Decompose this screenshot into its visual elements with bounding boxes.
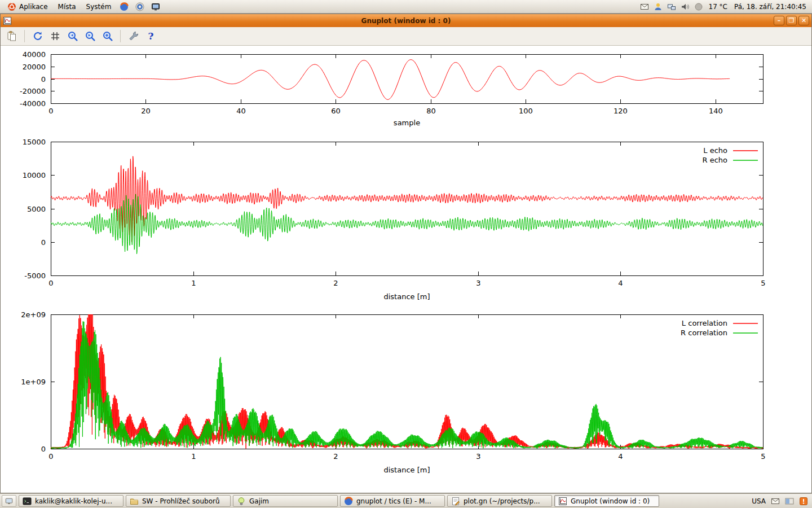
toolbar-separator (120, 30, 121, 42)
x-axis-label: distance [m] (383, 292, 430, 301)
gnuplot-window-icon (3, 16, 12, 25)
autoscale-button[interactable] (100, 29, 115, 43)
gnome-top-panel: Aplikace Místa Systém (0, 0, 812, 14)
x-tick-label: 1 (191, 279, 196, 287)
window-title: Gnuplot (window id : 0) (361, 17, 451, 25)
x-tick-label: 3 (476, 452, 480, 461)
configure-button[interactable] (126, 29, 141, 43)
y-tick-label: 40000 (23, 50, 46, 59)
taskbar: kaklik@kaklik-kolej-u... SW - Prohlížeč … (0, 493, 812, 508)
taskbar-tray: USA (752, 497, 810, 506)
help-glyph: ? (148, 30, 154, 42)
task-button-editor[interactable]: plot.gn (~/projects/p... (447, 495, 552, 507)
x-tick-label: 5 (761, 452, 765, 461)
plots-svg: 020406080100120140-40000-200000200004000… (1, 46, 811, 493)
show-desktop-button[interactable] (2, 495, 16, 507)
terminal-icon (23, 497, 32, 506)
tray-mail-icon[interactable] (771, 497, 780, 506)
y-tick-label: 1e+09 (21, 378, 46, 386)
y-tick-label: 0 (41, 75, 46, 84)
copy-to-clipboard-button[interactable] (4, 29, 19, 43)
network-icon[interactable] (667, 2, 676, 11)
menu-system[interactable]: Systém (81, 0, 117, 13)
series-l-echo (51, 156, 763, 242)
y-tick-label: 15000 (23, 138, 46, 146)
help-launcher-icon[interactable] (135, 2, 144, 11)
volume-icon[interactable] (681, 2, 690, 11)
legend-label: R correlation (681, 329, 727, 337)
workspace-switcher[interactable] (785, 497, 794, 506)
panel-menus: Aplikace Místa Systém (2, 0, 164, 13)
update-notifier-icon[interactable] (799, 497, 808, 506)
task-button-terminal[interactable]: kaklik@kaklik-kolej-u... (19, 495, 123, 507)
firefox-icon (344, 497, 353, 506)
task-button-firefox[interactable]: gnuplot / tics (E) - M... (340, 495, 445, 507)
legend-label: L echo (703, 146, 727, 155)
x-tick-label: 0 (48, 279, 53, 287)
chart-signal: 020406080100120140-40000-200000200004000… (20, 50, 764, 128)
toolbar: ? (1, 27, 811, 46)
y-tick-label: 10000 (23, 171, 46, 179)
gnuplot-window: Gnuplot (window id : 0) – ❐ ✕ (0, 14, 812, 493)
zoom-previous-button[interactable] (65, 29, 80, 43)
weather-icon (694, 2, 703, 11)
x-tick-label: 2 (333, 279, 338, 287)
y-tick-label: -40000 (20, 99, 46, 108)
x-tick-label: 60 (331, 107, 341, 115)
temperature-indicator[interactable]: 17 °C (708, 3, 729, 11)
task-button-gnuplot[interactable]: Gnuplot (window id : 0) (554, 495, 659, 507)
keyboard-layout-indicator[interactable]: USA (752, 497, 766, 505)
window-controls: – ❐ ✕ (774, 16, 809, 25)
x-tick-label: 1 (191, 452, 196, 461)
clock[interactable]: Pá, 18. září, 21:40:45 (733, 3, 807, 11)
y-tick-label: 0 (41, 445, 46, 453)
task-label: kaklik@kaklik-kolej-u... (35, 497, 112, 505)
legend-label: L correlation (682, 319, 727, 327)
minimize-button[interactable]: – (774, 16, 784, 25)
firefox-launcher-icon[interactable] (120, 2, 129, 11)
gnuplot-icon (558, 497, 567, 506)
y-tick-label: 2e+09 (21, 310, 46, 319)
file-manager-icon (130, 497, 139, 506)
replot-button[interactable] (30, 29, 45, 43)
task-button-gajim[interactable]: Gajim (233, 495, 338, 507)
screenshot-launcher-icon[interactable] (151, 2, 160, 11)
x-tick-label: 0 (48, 452, 53, 461)
user-switcher-icon[interactable] (654, 2, 663, 11)
close-button[interactable]: ✕ (798, 16, 809, 25)
x-tick-label: 40 (236, 107, 246, 115)
distributor-logo-icon (7, 2, 16, 11)
menu-applications-label: Aplikace (19, 3, 48, 11)
chart-correlation: 01234501e+092e+09distance [m]L correlati… (21, 310, 765, 475)
x-tick-label: 80 (426, 107, 436, 115)
series-r-correlation (51, 321, 763, 449)
task-label: SW - Prohlížeč souborů (142, 497, 220, 505)
chart-echoes: 012345-5000050001000015000distance [m]L … (23, 138, 766, 301)
x-axis-label: sample (394, 119, 420, 127)
x-tick-label: 20 (141, 107, 151, 115)
task-button-file-manager[interactable]: SW - Prohlížeč souborů (126, 495, 231, 507)
menu-applications[interactable]: Aplikace (2, 0, 53, 13)
zoom-next-button[interactable] (82, 29, 98, 43)
legend-label: R echo (702, 156, 727, 164)
x-tick-label: 4 (618, 279, 623, 287)
x-tick-label: 140 (709, 107, 723, 115)
mail-notification-icon[interactable] (640, 2, 649, 11)
x-tick-label: 5 (761, 279, 765, 287)
menu-places[interactable]: Místa (53, 0, 81, 13)
y-tick-label: 0 (41, 238, 46, 247)
task-label: Gajim (249, 497, 269, 505)
toggle-grid-button[interactable] (47, 29, 63, 43)
titlebar[interactable]: Gnuplot (window id : 0) – ❐ ✕ (1, 14, 811, 27)
menu-places-label: Místa (58, 3, 76, 11)
menu-system-label: Systém (86, 3, 112, 11)
series-signal (51, 60, 730, 100)
x-tick-label: 100 (519, 107, 533, 115)
maximize-button[interactable]: ❐ (786, 16, 797, 25)
x-tick-label: 3 (476, 279, 480, 287)
x-tick-label: 120 (614, 107, 628, 115)
task-label: Gnuplot (window id : 0) (571, 497, 650, 505)
x-axis-label: distance [m] (383, 466, 430, 474)
x-tick-label: 0 (48, 107, 53, 115)
help-button[interactable]: ? (143, 29, 158, 43)
